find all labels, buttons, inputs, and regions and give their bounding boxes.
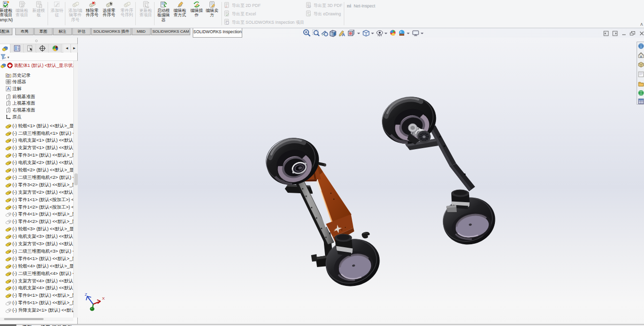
svg-text:A: A <box>7 87 10 91</box>
svg-text:A: A <box>342 32 345 37</box>
svg-text:X: X <box>102 296 105 301</box>
svg-text:P: P <box>225 5 227 8</box>
svg-text:Z: Z <box>85 292 87 297</box>
svg-text:3D: 3D <box>307 5 311 8</box>
